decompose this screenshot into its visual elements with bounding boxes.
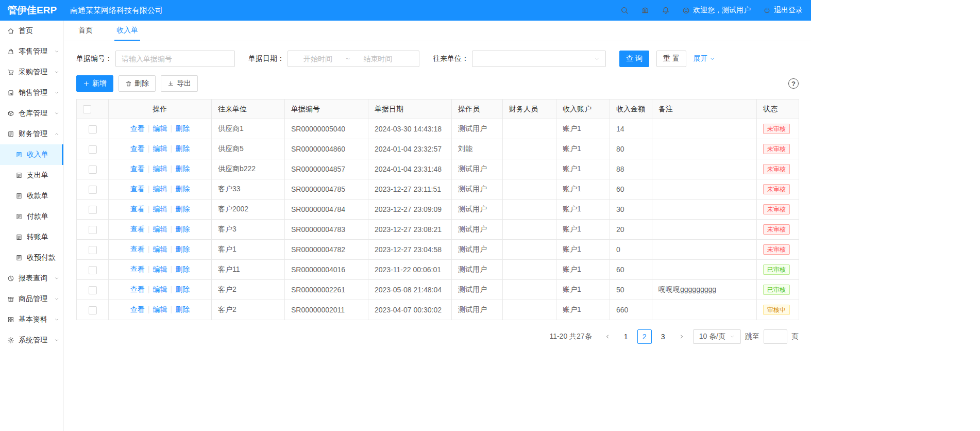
cell-finance	[503, 240, 556, 260]
status-badge: 已审核	[763, 264, 790, 275]
row-checkbox[interactable]	[89, 246, 97, 254]
view-link[interactable]: 查看	[130, 225, 145, 233]
delete-link[interactable]: 删除	[175, 245, 190, 253]
action-separator: |	[171, 144, 173, 153]
delete-link[interactable]: 删除	[175, 225, 190, 233]
sidebar-subitem[interactable]: 收款单	[0, 186, 63, 206]
sidebar-subitem[interactable]: 付款单	[0, 206, 63, 227]
view-link[interactable]: 查看	[130, 144, 145, 153]
delete-link[interactable]: 删除	[175, 185, 190, 193]
sidebar-item[interactable]: 首页	[0, 21, 63, 41]
sidebar-item[interactable]: 系统管理	[0, 330, 63, 351]
edit-link[interactable]: 编辑	[153, 285, 167, 293]
topbar-right: 欢迎您，测试用户 退出登录	[620, 6, 811, 15]
view-link[interactable]: 查看	[130, 205, 145, 213]
delete-link[interactable]: 删除	[175, 285, 190, 293]
search-icon[interactable]	[620, 6, 629, 14]
sidebar-subitem[interactable]: 转账单	[0, 227, 63, 247]
reset-button[interactable]: 重 置	[656, 51, 686, 67]
edit-link[interactable]: 编辑	[153, 225, 167, 233]
toolbar: 新增 删除 导出 ?	[76, 67, 799, 99]
sidebar-item[interactable]: 基本资料	[0, 309, 63, 330]
sidebar-item[interactable]: 财务管理	[0, 124, 63, 144]
expand-link[interactable]: 展开	[694, 54, 715, 63]
sidebar-item[interactable]: 仓库管理	[0, 103, 63, 124]
edit-link[interactable]: 编辑	[153, 124, 167, 132]
row-checkbox[interactable]	[89, 266, 97, 274]
delete-link[interactable]: 删除	[175, 124, 190, 132]
sidebar-item[interactable]: 商品管理	[0, 289, 63, 309]
row-checkbox[interactable]	[89, 145, 97, 154]
bill-no-input[interactable]	[115, 51, 235, 67]
delete-link[interactable]: 删除	[175, 265, 190, 273]
partner-select[interactable]	[472, 51, 606, 67]
delete-link[interactable]: 删除	[175, 205, 190, 213]
delete-link[interactable]: 删除	[175, 305, 190, 313]
date-end-input[interactable]	[353, 55, 402, 63]
page-number[interactable]: 2	[637, 329, 652, 344]
jump-input[interactable]	[764, 329, 787, 344]
sidebar-subitem[interactable]: 收预付款	[0, 247, 63, 268]
edit-link[interactable]: 编辑	[153, 265, 167, 273]
sidebar-item[interactable]: 采购管理	[0, 62, 63, 82]
action-separator: |	[148, 164, 150, 173]
sidebar-item[interactable]: 销售管理	[0, 82, 63, 103]
user-welcome[interactable]: 欢迎您，测试用户	[682, 6, 751, 15]
page-size-select[interactable]: 10 条/页	[693, 329, 741, 344]
help-icon[interactable]: ?	[788, 78, 799, 89]
date-start-input[interactable]	[293, 55, 343, 63]
action-separator: |	[148, 305, 150, 313]
sidebar-item[interactable]: 报表查询	[0, 268, 63, 289]
view-link[interactable]: 查看	[130, 305, 145, 313]
cell-account: 账户1	[556, 200, 610, 220]
cell-partner: 客户2	[212, 280, 285, 300]
page-number[interactable]: 3	[656, 329, 670, 344]
date-range-picker[interactable]: ~	[288, 51, 419, 67]
delete-button[interactable]: 删除	[119, 75, 156, 92]
select-all-checkbox[interactable]	[83, 105, 91, 113]
row-checkbox[interactable]	[89, 306, 97, 314]
cell-bill-no: SR00000004782	[285, 240, 368, 260]
prev-page-button[interactable]	[600, 329, 615, 344]
next-page-button[interactable]	[674, 329, 689, 344]
row-checkbox[interactable]	[89, 286, 97, 294]
sidebar-subitem[interactable]: 支出单	[0, 165, 63, 186]
logout-button[interactable]: 退出登录	[763, 6, 803, 15]
sales-icon	[7, 89, 14, 96]
tab[interactable]: 收入单	[114, 21, 140, 41]
view-link[interactable]: 查看	[130, 164, 145, 173]
edit-link[interactable]: 编辑	[153, 144, 167, 153]
row-checkbox[interactable]	[89, 165, 97, 174]
cell-operator: 测试用户	[452, 200, 503, 220]
export-button[interactable]: 导出	[161, 75, 198, 92]
edit-link[interactable]: 编辑	[153, 185, 167, 193]
row-checkbox[interactable]	[89, 125, 97, 134]
row-checkbox[interactable]	[89, 226, 97, 234]
edit-link[interactable]: 编辑	[153, 245, 167, 253]
building-icon[interactable]	[641, 6, 649, 14]
view-link[interactable]: 查看	[130, 124, 145, 132]
row-checkbox[interactable]	[89, 206, 97, 214]
view-link[interactable]: 查看	[130, 245, 145, 253]
page-number[interactable]: 1	[619, 329, 633, 344]
edit-link[interactable]: 编辑	[153, 305, 167, 313]
delete-link[interactable]: 删除	[175, 144, 190, 153]
edit-link[interactable]: 编辑	[153, 205, 167, 213]
edit-link[interactable]: 编辑	[153, 164, 167, 173]
view-link[interactable]: 查看	[130, 285, 145, 293]
add-button[interactable]: 新增	[76, 75, 113, 92]
sidebar-subitem-label: 收款单	[27, 191, 59, 201]
search-button[interactable]: 查 询	[619, 51, 649, 67]
row-checkbox[interactable]	[89, 186, 97, 194]
view-link[interactable]: 查看	[130, 265, 145, 273]
action-separator: |	[171, 245, 173, 253]
delete-button-label: 删除	[134, 79, 149, 88]
cell-date: 2023-12-27 23:08:21	[368, 220, 452, 240]
view-link[interactable]: 查看	[130, 185, 145, 193]
tab[interactable]: 首页	[76, 21, 95, 41]
logout-text: 退出登录	[774, 6, 803, 15]
sidebar-subitem[interactable]: 收入单	[0, 144, 63, 165]
bell-icon[interactable]	[662, 6, 670, 14]
sidebar-item[interactable]: 零售管理	[0, 41, 63, 62]
delete-link[interactable]: 删除	[175, 164, 190, 173]
